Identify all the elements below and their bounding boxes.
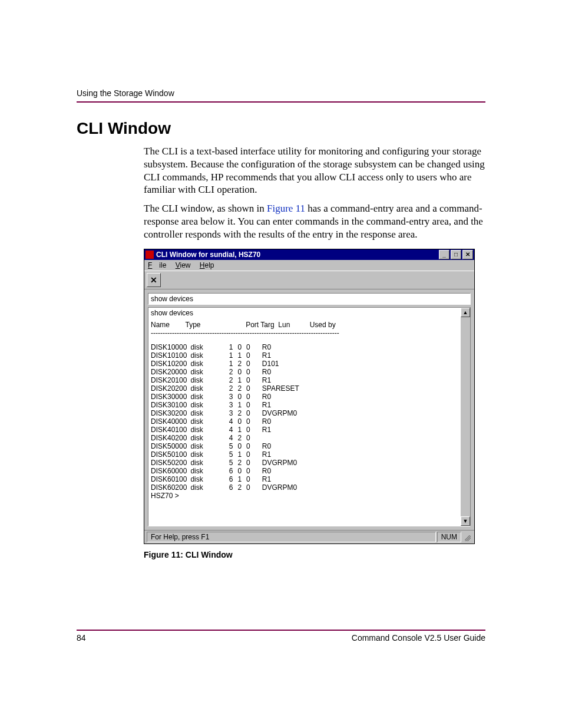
- scroll-up-icon[interactable]: ▲: [461, 308, 470, 317]
- table-row: DISK40100disk410R1: [151, 426, 303, 434]
- table-row: DISK20100disk210R1: [151, 376, 303, 384]
- book-title: Command Console V2.5 User Guide: [352, 633, 485, 643]
- table-row: DISK10000disk100R0: [151, 343, 303, 351]
- maximize-button[interactable]: □: [451, 250, 461, 259]
- header-rule: [77, 101, 485, 103]
- paragraph-2: The CLI window, as shown in Figure 11 ha…: [77, 202, 485, 241]
- table-row: DISK10100disk110R1: [151, 351, 303, 360]
- table-row: DISK20200disk220SPARESET: [151, 384, 303, 393]
- table-row: DISK60000disk600R0: [151, 467, 303, 475]
- vertical-scrollbar[interactable]: ▲ ▼: [461, 307, 471, 526]
- resize-grip-icon[interactable]: [462, 532, 472, 542]
- device-table: DISK10000disk100R0DISK10100disk110R1DISK…: [151, 343, 303, 492]
- output-divider: ----------------------------------------…: [151, 329, 458, 337]
- toolbar: ✕: [144, 271, 474, 289]
- figure-xref[interactable]: Figure 11: [267, 203, 305, 214]
- close-button[interactable]: ✕: [462, 250, 473, 259]
- scroll-down-icon[interactable]: ▼: [461, 516, 470, 526]
- statusbar: For Help, press F1 NUM: [144, 530, 474, 543]
- footer-rule: [77, 630, 485, 631]
- window-title: CLI Window for sundial, HSZ70: [156, 251, 439, 259]
- command-output: show devices Name Type Port Targ Lun Use…: [148, 307, 461, 526]
- table-row: DISK40000disk400R0: [151, 417, 303, 426]
- output-echo: show devices: [151, 309, 458, 317]
- running-head: Using the Storage Window: [77, 88, 485, 98]
- table-row: DISK20000disk200R0: [151, 368, 303, 376]
- table-row: DISK60200disk620DVGRPM0: [151, 483, 303, 492]
- table-row: DISK30000disk300R0: [151, 393, 303, 401]
- table-row: DISK40200disk420: [151, 434, 303, 442]
- table-row: DISK50200disk520DVGRPM0: [151, 459, 303, 467]
- titlebar[interactable]: CLI Window for sundial, HSZ70 _ □ ✕: [144, 249, 474, 260]
- table-row: DISK30100disk310R1: [151, 401, 303, 409]
- table-row: DISK60100disk610R1: [151, 475, 303, 483]
- output-columns: Name Type Port Targ Lun Used by: [151, 321, 458, 329]
- menu-file[interactable]: File: [148, 261, 166, 269]
- status-num: NUM: [437, 532, 461, 542]
- menu-view[interactable]: View: [176, 261, 191, 269]
- section-title: CLI Window: [77, 119, 485, 138]
- status-help: For Help, press F1: [147, 532, 436, 542]
- menu-help[interactable]: Help: [200, 261, 214, 269]
- cli-window: CLI Window for sundial, HSZ70 _ □ ✕ File…: [144, 249, 475, 544]
- cli-prompt: HSZ70 >: [151, 492, 458, 500]
- paragraph-1: The CLI is a text-based interface utilit…: [77, 145, 485, 196]
- table-row: DISK10200disk120D101: [151, 360, 303, 368]
- page-number: 84: [77, 633, 86, 643]
- paragraph-2a: The CLI window, as shown in: [144, 203, 267, 214]
- table-row: DISK50000disk500R0: [151, 442, 303, 450]
- command-input[interactable]: show devices: [148, 293, 471, 305]
- page-footer: 84 Command Console V2.5 User Guide: [77, 630, 485, 643]
- minimize-button[interactable]: _: [439, 250, 449, 259]
- figure-caption: Figure 11: CLI Window: [144, 550, 485, 559]
- table-row: DISK30200disk320DVGRPM0: [151, 409, 303, 417]
- menubar: File View Help: [144, 260, 474, 271]
- app-icon: [146, 251, 154, 259]
- toolbar-close-button[interactable]: ✕: [147, 273, 161, 287]
- table-row: DISK50100disk510R1: [151, 450, 303, 459]
